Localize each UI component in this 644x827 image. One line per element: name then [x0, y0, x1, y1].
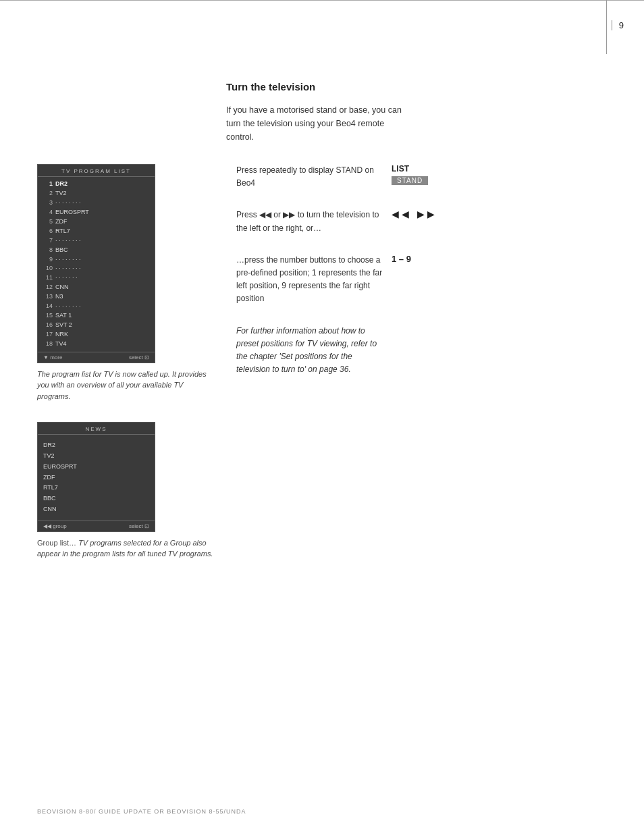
- group-label: ◀◀ group: [43, 523, 67, 529]
- tv-screen-footer: ▼ more select ⊡: [38, 352, 155, 363]
- list-item: 12CNN: [43, 283, 149, 292]
- list-item: 9· · · · · · · ·: [43, 255, 149, 265]
- tv-screen-header: TV PROGRAM LIST: [38, 165, 155, 177]
- content-area: Turn the television If you have a motori…: [0, 81, 644, 560]
- instruction-key-2: ◀◀ ▶▶: [385, 209, 446, 219]
- list-item: 8BBC: [43, 246, 149, 255]
- list-item: TV2: [43, 451, 149, 462]
- group-caption: Group list… TV programs selected for a G…: [37, 537, 219, 560]
- instruction-row-3: …press the number buttons to choose a pr…: [236, 254, 607, 306]
- list-item: EUROSPRT: [43, 462, 149, 473]
- list-item: 7· · · · · · · ·: [43, 236, 149, 246]
- list-item: 15SAT 1: [43, 311, 149, 321]
- list-item: 2TV2: [43, 189, 149, 198]
- bottom-text: BEOVISION 8-80/ GUIDE UPDATE OR BEOVISIO…: [37, 808, 246, 815]
- instruction-key-1: LIST STAND: [385, 164, 446, 185]
- list-item: 5ZDF: [43, 217, 149, 227]
- page-number: 9: [612, 20, 624, 30]
- main-title: Turn the television: [226, 81, 607, 92]
- list-item: BBC: [43, 493, 149, 504]
- instruction-text-1: Press repeatedly to display STAND on Beo…: [236, 164, 385, 190]
- list-key-label: LIST: [392, 164, 446, 174]
- group-caption-label: Group list…: [37, 539, 78, 547]
- instruction-text-4: For further information about how to pre…: [236, 325, 385, 377]
- instruction-row-4: For further information about how to pre…: [236, 325, 607, 377]
- news-screen-header: NEWS: [38, 423, 155, 435]
- select-label: select ⊡: [129, 354, 149, 361]
- list-item: 1DR2: [43, 180, 149, 189]
- two-column-layout: TV PROGRAM LIST 1DR2 2TV2 3· · · · · · ·…: [37, 164, 607, 560]
- list-item: 17NRK: [43, 330, 149, 340]
- tv-program-screen: TV PROGRAM LIST 1DR2 2TV2 3· · · · · · ·…: [37, 164, 155, 363]
- list-item: 13N3: [43, 292, 149, 302]
- stand-badge: STAND: [392, 176, 428, 185]
- list-item: CNN: [43, 504, 149, 515]
- list-item: 14· · · · · · · ·: [43, 302, 149, 311]
- arrow-keys: ◀◀ ▶▶: [392, 209, 437, 219]
- top-border: [0, 0, 644, 3]
- title-section: Turn the television If you have a motori…: [226, 81, 607, 144]
- list-item: 4EUROSPRT: [43, 208, 149, 217]
- list-item: DR2: [43, 440, 149, 451]
- select-label: select ⊡: [129, 523, 149, 529]
- left-column: TV PROGRAM LIST 1DR2 2TV2 3· · · · · · ·…: [37, 164, 230, 560]
- list-item: ZDF: [43, 473, 149, 483]
- intro-text: If you have a motorised stand or base, y…: [226, 103, 408, 144]
- list-item: 10· · · · · · · ·: [43, 264, 149, 273]
- right-column: Press repeatedly to display STAND on Beo…: [230, 164, 607, 560]
- instruction-row-2: Press ◀◀ or ▶▶ to turn the television to…: [236, 209, 607, 234]
- tv-screen-caption: The program list for TV is now called up…: [37, 369, 213, 402]
- list-item: 18TV4: [43, 340, 149, 349]
- right-border: [606, 0, 607, 54]
- number-range: 1 – 9: [392, 254, 411, 264]
- instruction-row-1: Press repeatedly to display STAND on Beo…: [236, 164, 607, 190]
- list-item: 3· · · · · · · ·: [43, 198, 149, 208]
- list-item: 6RTL7: [43, 227, 149, 236]
- instruction-text-3: …press the number buttons to choose a pr…: [236, 254, 385, 306]
- list-item: 16SVT 2: [43, 321, 149, 330]
- list-item: RTL7: [43, 483, 149, 493]
- list-item: 11· · · · · · ·: [43, 273, 149, 283]
- news-screen-list: DR2 TV2 EUROSPRT ZDF RTL7 BBC CNN: [38, 435, 155, 520]
- more-label: ▼ more: [43, 354, 62, 361]
- instruction-text-2: Press ◀◀ or ▶▶ to turn the television to…: [236, 209, 385, 234]
- tv-screen-list: 1DR2 2TV2 3· · · · · · · · 4EUROSPRT 5ZD…: [38, 177, 155, 352]
- news-screen-footer: ◀◀ group select ⊡: [38, 521, 155, 531]
- instruction-key-3: 1 – 9: [385, 254, 446, 264]
- news-screen: NEWS DR2 TV2 EUROSPRT ZDF RTL7 BBC CNN ◀…: [37, 422, 155, 531]
- instruction-block: Press repeatedly to display STAND on Beo…: [230, 164, 607, 560]
